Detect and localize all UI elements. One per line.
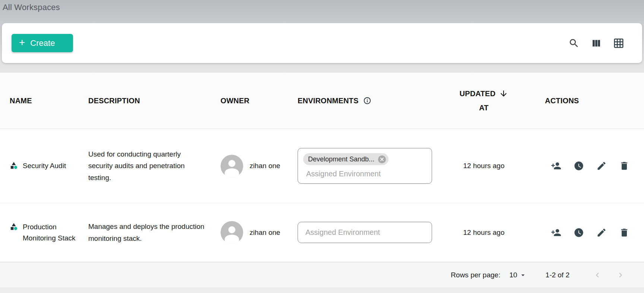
sort-descending-icon bbox=[499, 89, 508, 98]
column-header-environments: ENVIRONMENTS bbox=[298, 97, 439, 105]
table-pagination: Rows per page: 10 1-2 of 2 bbox=[0, 262, 644, 287]
environments-header-label: ENVIRONMENTS bbox=[298, 97, 359, 105]
page-title: All Workspaces bbox=[3, 3, 644, 12]
rows-per-page-label: Rows per page: bbox=[451, 271, 500, 279]
column-header-name: NAME bbox=[0, 97, 88, 105]
column-header-updated-at[interactable]: UPDATED AT bbox=[439, 86, 529, 115]
workspace-icon bbox=[10, 223, 18, 231]
environments-placeholder: Assigned Environment bbox=[305, 228, 380, 237]
workspace-description: Used for conducting quarterly security a… bbox=[88, 148, 206, 183]
columns-view-icon[interactable] bbox=[591, 38, 602, 49]
plus-icon: + bbox=[19, 37, 25, 48]
column-header-description: DESCRIPTION bbox=[88, 97, 221, 105]
updated-at-value: 12 hours ago bbox=[463, 229, 505, 236]
workspace-icon bbox=[10, 161, 18, 170]
edit-button[interactable] bbox=[596, 227, 607, 238]
updated-header-line2: AT bbox=[479, 101, 489, 115]
toolbar-icons bbox=[568, 38, 632, 49]
history-clock-button[interactable] bbox=[574, 227, 584, 238]
environments-placeholder: Assigned Environment bbox=[306, 170, 426, 178]
pagination-range: 1-2 of 2 bbox=[546, 271, 570, 279]
owner-name: zihan one bbox=[250, 162, 280, 170]
environments-select[interactable]: Development Sandb... Assigned Environmen… bbox=[298, 148, 432, 184]
owner-avatar bbox=[221, 155, 243, 177]
delete-button[interactable] bbox=[619, 227, 629, 238]
workspace-description: Manages and deploys the production monit… bbox=[88, 221, 206, 244]
previous-page-button[interactable] bbox=[593, 270, 602, 280]
workspace-name: Production Monitoring Stack bbox=[23, 221, 88, 243]
delete-button[interactable] bbox=[619, 161, 629, 171]
edit-button[interactable] bbox=[596, 161, 607, 171]
create-button[interactable]: + Create bbox=[12, 34, 73, 52]
environments-select[interactable]: Assigned Environment bbox=[298, 222, 432, 243]
create-button-label: Create bbox=[30, 38, 55, 48]
table-row: Security Audit Used for conducting quart… bbox=[0, 129, 644, 203]
chip-remove-icon[interactable] bbox=[378, 155, 386, 164]
workspace-name: Security Audit bbox=[23, 160, 66, 171]
top-bar: All Workspaces bbox=[0, 0, 644, 23]
table-header-row: NAME DESCRIPTION OWNER ENVIRONMENTS UPDA… bbox=[0, 73, 644, 129]
workspaces-table: NAME DESCRIPTION OWNER ENVIRONMENTS UPDA… bbox=[0, 73, 644, 287]
owner-avatar bbox=[221, 221, 243, 244]
table-row: Production Monitoring Stack Manages and … bbox=[0, 203, 644, 262]
rows-per-page-value: 10 bbox=[509, 271, 517, 279]
environment-chip-label: Development Sandb... bbox=[308, 155, 374, 163]
info-icon[interactable] bbox=[363, 97, 371, 105]
environment-chip: Development Sandb... bbox=[303, 153, 388, 165]
updated-at-value: 12 hours ago bbox=[463, 162, 505, 170]
rows-per-page-select[interactable]: 10 bbox=[509, 271, 527, 279]
column-header-actions: ACTIONS bbox=[529, 97, 644, 105]
column-header-owner: OWNER bbox=[221, 97, 298, 105]
owner-name: zihan one bbox=[250, 229, 280, 237]
updated-header-line1: UPDATED bbox=[460, 86, 496, 101]
chevron-down-icon bbox=[519, 271, 527, 279]
grid-view-icon[interactable] bbox=[613, 38, 624, 49]
search-icon[interactable] bbox=[568, 38, 580, 49]
toolbar: + Create bbox=[2, 23, 642, 63]
add-user-button[interactable] bbox=[551, 227, 561, 238]
history-clock-button[interactable] bbox=[574, 161, 584, 171]
add-user-button[interactable] bbox=[551, 161, 561, 171]
next-page-button[interactable] bbox=[616, 270, 625, 280]
